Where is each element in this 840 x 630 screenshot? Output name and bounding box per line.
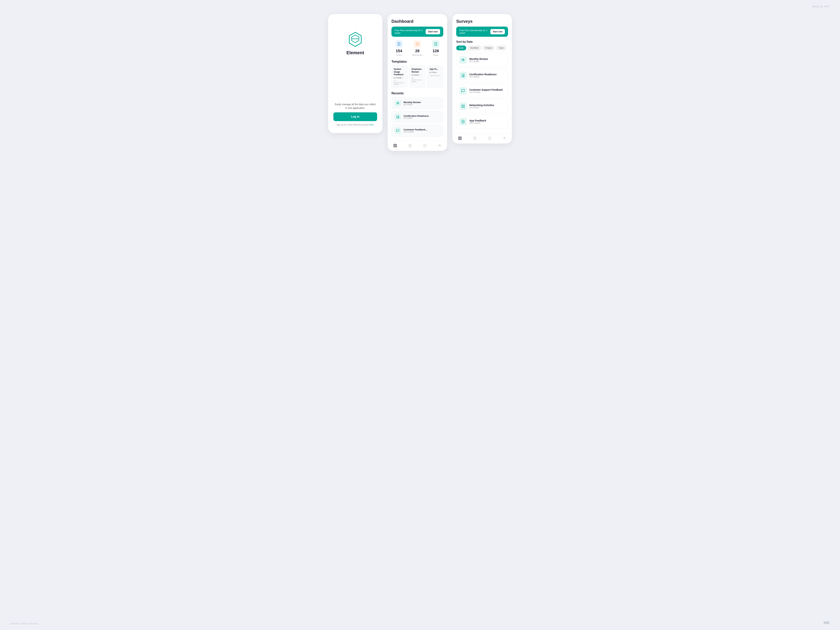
template-item-1[interactable]: Employee Review by Adobe ✓ 25 QUESTIONS … [409, 66, 425, 88]
nav-clock-icon[interactable] [423, 144, 427, 148]
surveys-title: Surveys [456, 19, 508, 24]
element-logo [347, 32, 363, 47]
survey-icon-2 [459, 87, 467, 95]
recent-count-0: 42 CASES [404, 104, 421, 106]
template-meta-2: 5 QUESTION... [429, 75, 441, 76]
survey-icon-0 [459, 56, 467, 64]
surveys-nav-grid-icon[interactable] [458, 136, 462, 141]
svg-point-20 [439, 144, 440, 145]
template-meta-0: 12 QUESTIONS · 10MIN [394, 80, 405, 85]
page-label-bottom-right: NR [824, 621, 829, 625]
recent-name-0: Monthly Review [404, 101, 421, 104]
recent-info-0: Monthly Review 42 CASES [404, 101, 421, 106]
template-by-2: by Ubunt... [429, 71, 441, 73]
svg-point-8 [398, 103, 399, 103]
surveys-bottom-nav [452, 134, 512, 144]
templates-title: Templates [392, 60, 443, 63]
surveys-nav-clock-icon[interactable] [488, 136, 491, 141]
stat-remaining: 28 REMAINING [412, 40, 423, 56]
svg-rect-36 [460, 139, 461, 140]
logo-text: Element [346, 50, 364, 55]
survey-name-3: Networking Activities [469, 104, 494, 107]
cases-label: CASES [396, 54, 402, 56]
svg-rect-13 [393, 146, 395, 147]
survey-count-1: 25 CASES [469, 76, 497, 78]
template-item-0[interactable]: System Usage Feedback by Google ✓ 12 QUE… [392, 66, 407, 88]
survey-info-1: Certification Readiness 25 CASES [469, 73, 497, 78]
dashboard-screen: Dashboard Free Plus membership for 1 wee… [388, 14, 447, 151]
page-label-bottom-left: SURVEY APPLICATION [11, 623, 38, 625]
survey-item-4[interactable]: App Feedback 300 CASES [456, 115, 508, 128]
remaining-label: REMAINING [412, 54, 423, 56]
survey-name-1: Certification Readiness [469, 73, 497, 76]
stat-done: 126 DONE [432, 40, 439, 56]
recent-info-1: Certification Readiness 25 CASES [404, 115, 429, 119]
done-label: DONE [433, 54, 438, 56]
template-name-2: App Fe... [429, 68, 441, 71]
surveys-nav-clipboard-icon[interactable] [473, 136, 477, 141]
svg-point-7 [397, 102, 398, 103]
survey-count-0: 42 CASES [469, 60, 488, 63]
nav-grid-icon[interactable] [393, 144, 397, 148]
svg-point-42 [504, 137, 505, 138]
svg-point-24 [463, 75, 464, 76]
dashboard-promo-text: Free Plus membership for 1 week! [395, 29, 426, 34]
surveys-screen: Surveys Free Plus membership for 1 week!… [452, 14, 512, 144]
survey-info-3: Networking Activities 63 CASES [469, 104, 494, 109]
survey-icon-1 [459, 71, 467, 79]
surveys-content: Surveys Free Plus membership for 1 week!… [452, 14, 512, 131]
survey-item-2[interactable]: Customer Support Feedback 120 CASES [456, 84, 508, 98]
surveys-promo-button[interactable]: Start now [490, 29, 505, 34]
logo-area: Element [346, 32, 364, 55]
svg-rect-34 [460, 137, 461, 138]
survey-item-0[interactable]: Monthly Review 42 CASES [456, 53, 508, 67]
svg-rect-35 [458, 139, 459, 140]
nav-clipboard-icon[interactable] [408, 144, 412, 148]
dashboard-title: Dashboard [392, 19, 443, 24]
dashboard-promo-button[interactable]: Start now [426, 29, 440, 34]
svg-point-22 [463, 59, 464, 60]
recent-item-1[interactable]: Certification Readiness 25 CASES [392, 111, 443, 123]
survey-item-3[interactable]: Networking Activities 63 CASES [456, 99, 508, 113]
login-bottom: Easily manage all the data you collect i… [333, 103, 377, 126]
template-by-0: by Google ✓ [394, 77, 405, 79]
done-icon [432, 40, 439, 47]
surveys-nav-user-icon[interactable] [503, 136, 507, 141]
login-screen: Element Easily manage all the data you c… [328, 14, 382, 133]
signup-link[interactable]: here. [369, 123, 374, 126]
filter-modified[interactable]: Modified [467, 46, 481, 51]
cases-number: 154 [396, 49, 402, 53]
recent-icon-0 [395, 100, 401, 107]
filter-date[interactable]: Date [456, 46, 466, 51]
recent-item-0[interactable]: Monthly Review 42 CASES [392, 97, 443, 109]
filter-project[interactable]: Project [483, 46, 495, 51]
dashboard-content: Dashboard Free Plus membership for 1 wee… [388, 14, 447, 138]
phones-container: Element Easily manage all the data you c… [328, 14, 512, 151]
verified-icon-1: ✓ [420, 74, 421, 76]
recent-name-2: Customer Feedback... [404, 128, 427, 131]
template-meta-1: 25 QUESTIONS · 30MIN [412, 77, 423, 83]
template-name-1: Employee Review [412, 68, 423, 73]
nav-user-icon[interactable] [438, 144, 442, 148]
signup-text: Sign up for a free Element account here. [336, 123, 374, 126]
recent-info-2: Customer Feedback... 120 CASES [404, 128, 427, 133]
stat-cases: 154 CASES [395, 40, 403, 56]
page-label-top: MOBILE APP [812, 5, 829, 8]
survey-info-0: Monthly Review 42 CASES [469, 58, 488, 63]
recents-title: Recents [392, 92, 443, 95]
survey-count-2: 120 CASES [469, 91, 503, 93]
svg-point-27 [462, 107, 463, 107]
templates-row: System Usage Feedback by Google ✓ 12 QUE… [392, 66, 443, 88]
survey-icon-4 [459, 118, 467, 125]
filter-type[interactable]: Type [496, 46, 506, 51]
recent-item-2[interactable]: Customer Feedback... 120 CASES [392, 125, 443, 136]
recent-icon-2 [395, 127, 401, 134]
recent-icon-1 [395, 114, 401, 120]
svg-rect-12 [395, 144, 396, 145]
survey-name-4: App Feedback [469, 119, 486, 122]
svg-rect-33 [458, 137, 459, 138]
login-button[interactable]: Log In [333, 112, 377, 121]
dashboard-promo-banner: Free Plus membership for 1 week! Start n… [392, 27, 443, 37]
survey-item-1[interactable]: Certification Readiness 25 CASES [456, 69, 508, 82]
template-item-2[interactable]: App Fe... by Ubunt... 5 QUESTION... [427, 66, 443, 88]
